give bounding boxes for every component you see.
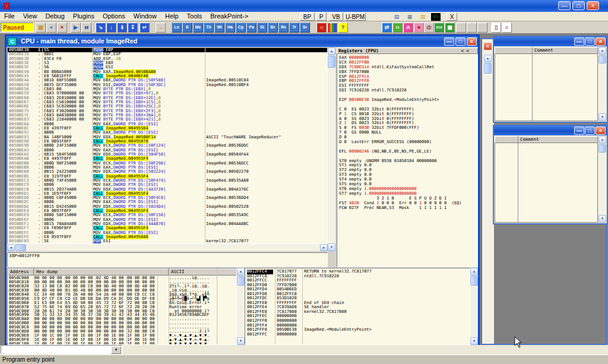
scroll-down-arrow[interactable]: ▼ <box>598 215 606 223</box>
scroll-up-arrow[interactable]: ▲ <box>598 136 606 144</box>
run-icon[interactable]: ▶ <box>71 23 81 33</box>
minimize-button[interactable]: — <box>574 126 584 135</box>
minimize-button[interactable]: — <box>558 1 571 10</box>
scroll-up-arrow[interactable]: ▲ <box>470 268 478 276</box>
register-line[interactable]: P 1 CS 001B 32bit 0(FFFFFFFF) <box>339 112 477 116</box>
register-line[interactable] <box>339 102 477 107</box>
register-line[interactable] <box>339 144 477 149</box>
combo-dropdown-arrow-icon[interactable]: ▼ <box>111 346 121 354</box>
step-into-icon[interactable]: ↘ <box>96 23 106 33</box>
asm-row[interactable]: 0050BED6.8B0D C8F45000MOV ECX,DWORD PTR … <box>8 196 327 200</box>
scroll-thumb[interactable] <box>237 276 245 286</box>
scroll-up-arrow[interactable]: ▲ <box>598 47 606 55</box>
asm-row[interactable]: 0050BE38$55PUSH EBP <box>8 48 327 52</box>
register-line[interactable]: C 0 ES 0023 32bit 0(FFFFFFFF) <box>339 107 477 112</box>
trace-into-icon[interactable]: ⇓ <box>117 23 127 33</box>
comment-window-top-scrollbar[interactable]: ▲ ▼ <box>598 47 606 121</box>
panel-button-ha[interactable]: Ha <box>225 23 235 33</box>
asm-row[interactable]: 0050BEFE.E8 8597F8FFCALL ImageRed.004956… <box>8 235 327 239</box>
close-program-icon[interactable]: × <box>57 23 67 33</box>
pause-icon[interactable]: ▮▮ <box>81 23 91 33</box>
register-line[interactable]: ST3 empty 0.0 <box>339 172 477 177</box>
asm-row[interactable]: 0050BE3E.53PUSH EBX <box>8 61 327 65</box>
execute-till-return-icon[interactable]: ↵ <box>140 23 150 33</box>
disassembly-pane[interactable]: 0050BE38$55PUSH EBP0050BE39.8BECMOV EBP,… <box>7 48 328 244</box>
scroll-down-arrow[interactable]: ▼ <box>598 113 606 121</box>
menu-options[interactable]: Options <box>99 12 129 21</box>
p-button[interactable]: P <box>316 12 327 21</box>
register-line[interactable] <box>339 154 477 159</box>
asm-row[interactable]: 0050BF03.5EPOP ESIkernel32.7C817077 <box>8 239 327 243</box>
register-line[interactable]: ST1 empty 0.0 <box>339 163 477 167</box>
disassembly-hscrollbar[interactable]: ◄ ► <box>7 244 328 251</box>
background-window-scroll-up[interactable]: ▲ <box>484 55 492 62</box>
menu-plugins[interactable]: Plugins <box>69 12 99 21</box>
stack-pane[interactable]: 0012FFC47C817077RETURN to kernel32.7C817… <box>245 268 470 345</box>
register-line[interactable]: EBX 7FFD7000 <box>339 69 477 74</box>
register-line[interactable]: EIP 0050BE38 ImageRed.<ModuleEntryPoint> <box>339 97 477 102</box>
vb-button[interactable]: VB <box>329 12 343 21</box>
asm-row[interactable]: 0050BEE9.8B0D 58F15000MOV ECX,DWORD PTR … <box>8 213 327 217</box>
cpu-close-button[interactable]: × <box>467 37 477 46</box>
step-over-icon[interactable]: ↓ <box>106 23 116 33</box>
stack-row[interactable]: 0012FFFC00000000 <box>245 333 470 337</box>
panel-button-re[interactable]: Re <box>278 23 289 33</box>
register-line[interactable]: ST4 empty 0.0 <box>339 177 477 182</box>
close-button[interactable]: × <box>596 37 606 46</box>
command-combobox[interactable]: ▼ <box>1 345 122 354</box>
menu-debug[interactable]: Debug <box>41 12 68 21</box>
cpu-maximize-button[interactable]: □ <box>455 37 466 46</box>
report-view-icon[interactable]: ≡ <box>502 23 512 33</box>
register-line[interactable]: ST5 empty 0.0 <box>339 182 477 186</box>
asm-row[interactable]: 0050BEB0.8B0D 98F25000MOV ECX,DWORD PTR … <box>8 162 327 166</box>
swap-arrows-icon[interactable]: ⇄ <box>382 23 392 33</box>
asm-row[interactable]: 0050BE83.C683 21040000 00MOV BYTE PTR DS… <box>8 118 327 122</box>
spiral-icon[interactable]: @ <box>424 23 434 33</box>
register-line[interactable]: ESI FFFFFFFF <box>339 83 477 88</box>
asm-row[interactable]: 0050BEF7.E8 F896F8FFCALL ImageRed.004955… <box>8 226 327 230</box>
panel-button-pa[interactable]: Pa <box>246 23 256 33</box>
asm-row[interactable]: 0050BE8C.E8 4397F8FFCALL ImageRed.004955… <box>8 126 327 131</box>
cpu-minimize-button[interactable]: — <box>444 37 454 46</box>
cpu-titlebar[interactable]: C CPU - main thread, module ImageRed — □… <box>7 36 478 47</box>
register-line[interactable]: T 0 GS 0000 NULL <box>339 130 477 135</box>
scroll-down-arrow[interactable]: ▼ <box>328 243 335 251</box>
register-line[interactable]: ECX 0012FFB0 <box>339 60 477 65</box>
maximize-button[interactable]: □ <box>585 37 595 46</box>
gear-icon[interactable]: ☼ <box>316 23 327 33</box>
scroll-thumb[interactable] <box>328 56 335 68</box>
panel-button-me[interactable]: Me <box>193 23 203 33</box>
column-divider[interactable] <box>518 136 518 223</box>
scroll-right-arrow[interactable]: ► <box>320 244 328 251</box>
comment-window-bottom-scrollbar[interactable]: ▲ ▼ <box>598 136 606 223</box>
dump-vscrollbar[interactable]: ▲ ▼ <box>237 268 245 345</box>
blank-button-1[interactable] <box>456 23 466 33</box>
close-button[interactable]: × <box>587 1 599 10</box>
blank-button-3[interactable] <box>477 23 487 33</box>
letter-a-icon[interactable]: A <box>403 23 413 33</box>
menu-file[interactable]: File <box>0 12 19 21</box>
ubpm-button[interactable]: U-BPM <box>344 12 366 21</box>
panel-button-br[interactable]: Br <box>268 23 278 33</box>
asm-row[interactable]: 0050BEC3.8B0D 74F45000MOV ECX,DWORD PTR … <box>8 179 327 183</box>
menu-tools[interactable]: Tools <box>183 12 207 21</box>
disassembly-vscrollbar[interactable]: ▲ ▼ <box>328 48 335 251</box>
column-divider[interactable] <box>532 47 533 121</box>
register-line[interactable]: ST0 empty -UNORM B938 01050104 00000000 <box>339 159 477 163</box>
trace-over-icon[interactable]: ↧ <box>128 23 138 33</box>
register-line[interactable]: O 0 LastErr ERROR_SUCCESS (00000000) <box>339 140 477 144</box>
go-to-address-icon[interactable]: → <box>156 23 166 33</box>
record-icon[interactable]: ● <box>414 23 424 33</box>
close-button[interactable]: × <box>596 126 606 135</box>
blank-button-2[interactable] <box>467 23 477 33</box>
comment-column-header[interactable]: Comment <box>495 47 598 54</box>
register-line[interactable]: ESP 0012FFC4 <box>339 74 477 79</box>
scroll-thumb[interactable] <box>598 55 606 64</box>
panel-button-cp[interactable]: Cp <box>236 23 246 33</box>
scroll-up-arrow[interactable]: ▲ <box>328 48 335 55</box>
panel-button-th[interactable]: Th <box>204 23 214 33</box>
column-divider[interactable] <box>217 268 217 344</box>
register-line[interactable] <box>339 93 477 97</box>
register-line[interactable]: 3 2 1 0 E S P U O Z D I <box>339 196 477 201</box>
scroll-left-arrow[interactable]: ◄ <box>7 244 15 251</box>
